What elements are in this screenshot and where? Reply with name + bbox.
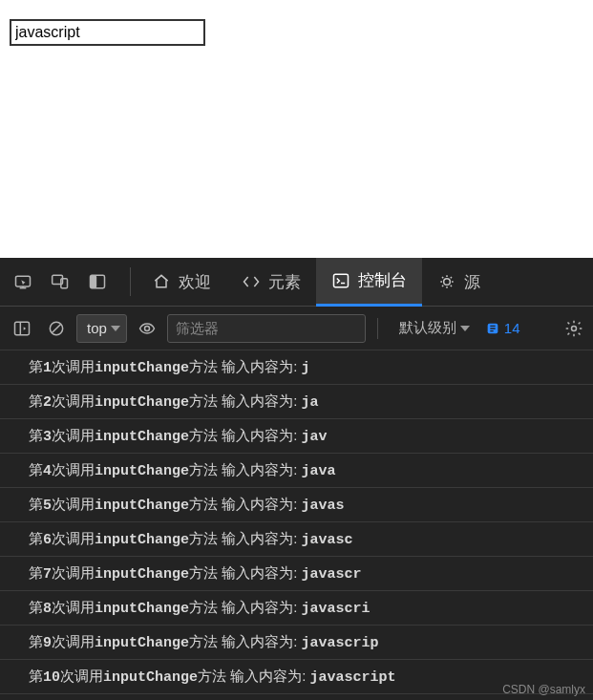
level-label: 默认级别 xyxy=(399,319,456,337)
console-log-line[interactable]: 第6次调用inputChange方法 输入内容为: javasc xyxy=(0,522,593,557)
console-log-line[interactable]: 第9次调用inputChange方法 输入内容为: javascrip xyxy=(0,626,593,660)
dock-icon[interactable] xyxy=(80,265,115,299)
chevron-down-icon xyxy=(111,326,120,331)
demo-input[interactable] xyxy=(10,19,205,46)
separator xyxy=(377,318,378,339)
device-icons xyxy=(6,265,124,299)
console-log-line[interactable]: 第1次调用inputChange方法 输入内容为: j xyxy=(0,350,593,385)
svg-rect-4 xyxy=(91,275,97,287)
live-expression-icon[interactable] xyxy=(133,314,161,343)
inspect-icon[interactable] xyxy=(6,265,40,299)
tab-sources[interactable]: 源 xyxy=(422,258,480,307)
svg-point-6 xyxy=(444,279,451,286)
svg-rect-5 xyxy=(334,274,349,286)
console-log-line[interactable]: 第8次调用inputChange方法 输入内容为: javascri xyxy=(0,591,593,626)
svg-line-10 xyxy=(52,324,60,332)
tab-welcome-label: 欢迎 xyxy=(179,271,211,293)
issues-badge[interactable]: 14 xyxy=(485,320,520,336)
context-label: top xyxy=(87,320,107,336)
tab-welcome[interactable]: 欢迎 xyxy=(137,258,226,307)
tab-elements-label: 元素 xyxy=(268,271,301,293)
chevron-down-icon xyxy=(460,326,470,331)
device-toggle-icon[interactable] xyxy=(43,265,77,299)
separator xyxy=(130,267,131,296)
tab-console-label: 控制台 xyxy=(358,269,407,291)
tabs-row: 欢迎 元素 控制台 源 xyxy=(0,258,593,307)
console-log-line[interactable]: 第4次调用inputChange方法 输入内容为: java xyxy=(0,454,593,488)
page-top-area xyxy=(0,0,593,258)
watermark: CSDN @samlyx xyxy=(502,683,585,696)
clear-console-icon[interactable] xyxy=(42,314,71,343)
tab-elements[interactable]: 元素 xyxy=(226,258,316,307)
tab-sources-label: 源 xyxy=(464,271,480,293)
console-log-line[interactable]: 第2次调用inputChange方法 输入内容为: ja xyxy=(0,385,593,419)
gear-icon[interactable] xyxy=(562,314,585,343)
console-log-line[interactable]: 第3次调用inputChange方法 输入内容为: jav xyxy=(0,419,593,454)
console-toolbar: top 默认级别 14 xyxy=(0,307,593,350)
devtools-panel: 欢迎 元素 控制台 源 top 默认级别 xyxy=(0,258,593,700)
issues-count: 14 xyxy=(504,320,520,336)
console-log-line[interactable]: 第7次调用inputChange方法 输入内容为: javascr xyxy=(0,557,593,591)
sidebar-toggle-icon[interactable] xyxy=(8,314,36,343)
log-level-selector[interactable]: 默认级别 xyxy=(395,319,474,337)
context-selector[interactable]: top xyxy=(76,314,127,343)
svg-rect-7 xyxy=(15,322,30,334)
svg-point-11 xyxy=(144,326,149,330)
console-log-line[interactable]: 第5次调用inputChange方法 输入内容为: javas xyxy=(0,488,593,522)
filter-input[interactable] xyxy=(167,314,366,343)
console-body: 第1次调用inputChange方法 输入内容为: j第2次调用inputCha… xyxy=(0,350,593,700)
svg-point-13 xyxy=(572,326,577,330)
tab-console[interactable]: 控制台 xyxy=(316,258,422,307)
